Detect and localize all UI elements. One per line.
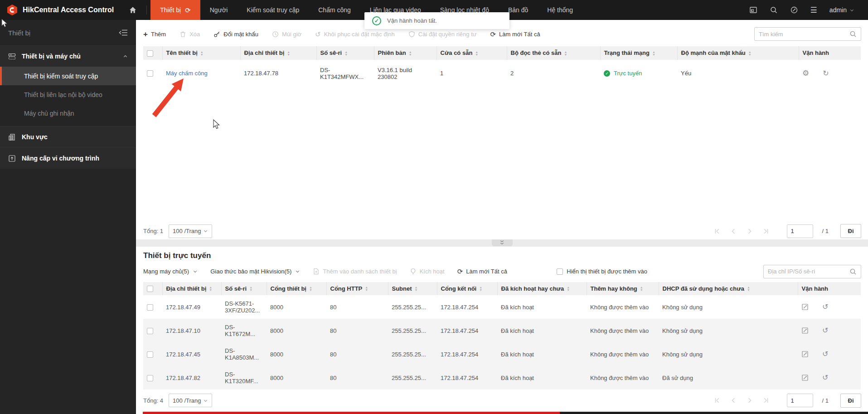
online-device-row: 172.18.47.10 DS-K1T672M... 8000 80 255.2… [143, 319, 861, 342]
activate-button[interactable]: Kích hoạt [410, 268, 445, 275]
sort-icon: ▲▼ [409, 51, 412, 56]
show-added-checkbox[interactable] [557, 268, 563, 275]
col-dia-chi-thiet-bi[interactable]: Địa chỉ thiết bị▲▼ [162, 282, 221, 296]
privacy-settings-button[interactable]: Cài đặt quyền riêng tư [408, 31, 477, 38]
row-checkbox[interactable] [147, 375, 153, 381]
reset-icon[interactable]: ↺ [822, 351, 828, 358]
col-bo-doc-the[interactable]: Bộ đọc thẻ có sẵn▲▼ [507, 46, 600, 60]
col-dia-chi-thiet-bi[interactable]: Địa chỉ thiết bị▲▼ [240, 46, 316, 60]
col-ten-thiet-bi[interactable]: Tên thiết bị▲▼ [162, 46, 240, 60]
online-device-row: 172.18.47.82 DS-K1T320MF... 8000 80 255.… [143, 366, 861, 390]
first-page-button[interactable] [713, 397, 721, 404]
tab-he-thong[interactable]: Hệ thống [538, 0, 582, 20]
col-phien-ban[interactable]: Phiên bản▲▼ [374, 46, 436, 60]
reset-icon[interactable]: ↺ [822, 374, 828, 381]
collapse-section-handle[interactable] [492, 239, 513, 246]
edit-icon[interactable] [801, 351, 809, 358]
sidebar-item-firmware-upgrade[interactable]: Nâng cấp vi chương trình [0, 147, 136, 169]
sidebar-item-access-control-devices[interactable]: Thiết bị kiểm soát truy cập [0, 67, 136, 85]
time-zone-button[interactable]: Múi giờ [272, 31, 301, 38]
menu-icon[interactable]: ☰ [810, 6, 817, 14]
search-icon[interactable] [849, 268, 857, 275]
go-button[interactable]: Đi [840, 224, 861, 238]
sidebar-group-device-server[interactable]: Thiết bị và máy chủ [0, 45, 136, 67]
edit-icon[interactable] [801, 303, 809, 311]
search-icon[interactable] [770, 6, 778, 14]
next-page-button[interactable] [746, 228, 753, 235]
col-do-manh-mat-khau[interactable]: Độ mạnh của mật khẩu▲▼ [677, 46, 799, 60]
add-button[interactable]: + Thêm [143, 30, 166, 38]
settings-gear-icon[interactable]: ⚙ [802, 69, 809, 77]
col-subnet[interactable]: Subnet▲▼ [388, 282, 437, 296]
first-page-button[interactable] [713, 228, 721, 235]
nav-divider [146, 5, 147, 15]
page-number-input[interactable] [787, 224, 813, 238]
tab-thiet-bi[interactable]: Thiết bị ⟳ [150, 0, 200, 20]
sidebar-item-record-server[interactable]: Máy chủ ghi nhận [0, 104, 136, 122]
col-so-se-ri[interactable]: Số sê-ri▲▼ [221, 282, 267, 296]
wizard-icon[interactable] [749, 6, 757, 14]
edit-icon[interactable] [801, 327, 809, 334]
sort-icon: ▲▼ [287, 51, 290, 56]
online-search-input[interactable] [768, 268, 849, 275]
show-added-devices-toggle[interactable]: Hiển thị thiết bị được thêm vào [557, 268, 647, 275]
col-so-se-ri[interactable]: Số sê-ri▲▼ [316, 46, 374, 60]
page-number-input[interactable] [787, 394, 813, 407]
sidebar-item-video-intercom-devices[interactable]: Thiết bị liên lạc nội bộ video [0, 85, 136, 104]
col-them-hay-khong[interactable]: Thêm hay không▲▼ [587, 282, 659, 296]
protocol-dropdown[interactable]: Giao thức bảo mật Hikvision(5) [210, 268, 300, 275]
user-menu[interactable]: admin [829, 6, 854, 14]
total-count: Tổng: 4 [143, 397, 163, 404]
col-cua-co-san[interactable]: Cửa có sẵn▲▼ [436, 46, 507, 60]
col-dhcp[interactable]: DHCP đã sử dụng hoặc chưa▲▼ [659, 282, 798, 296]
select-all-checkbox[interactable] [147, 286, 153, 292]
tab-nguoi[interactable]: Người [200, 0, 238, 20]
sidebar-item-area[interactable]: Khu vực [0, 126, 136, 147]
sort-icon: ▲▼ [567, 286, 570, 292]
table-empty-area [136, 87, 868, 223]
delete-button[interactable]: Xóa [179, 31, 200, 38]
restore-default-button[interactable]: ↺ Khôi phục cài đặt mặc định [315, 31, 395, 38]
add-to-device-list-button[interactable]: Thêm vào danh sách thiết bị [313, 268, 397, 275]
add-document-icon [313, 268, 320, 275]
refresh-all-online-button[interactable]: ⟳ Làm mới Tất cả [457, 268, 507, 275]
change-password-button[interactable]: Đổi mật khẩu [213, 31, 258, 38]
col-cong-ket-noi[interactable]: Cổng kết nối▲▼ [437, 282, 497, 296]
prev-page-button[interactable] [730, 397, 737, 404]
reset-icon[interactable]: ↺ [822, 303, 828, 311]
row-checkbox[interactable] [147, 328, 153, 334]
col-trang-thai-mang[interactable]: Trạng thái mạng▲▼ [600, 46, 677, 60]
row-checkbox[interactable] [147, 70, 153, 77]
page-size-select[interactable]: 100 /Trang [169, 394, 212, 407]
device-name-link[interactable]: Máy chấm công [166, 70, 208, 77]
help-icon[interactable] [790, 6, 798, 14]
tab-kiem-soat-truy-cap[interactable]: Kiểm soát truy cập [237, 0, 309, 20]
refresh-all-button[interactable]: ⟳ Làm mới Tất cả [490, 31, 540, 38]
chevron-down-icon [849, 8, 854, 13]
col-cong-http[interactable]: Cổng HTTP▲▼ [326, 282, 388, 296]
device-serial: DS-K1T342MFWX... [316, 60, 374, 87]
search-icon[interactable] [849, 30, 857, 38]
row-refresh-icon[interactable]: ↻ [823, 70, 829, 77]
col-cong-thiet-bi[interactable]: Cổng thiết bị▲▼ [267, 282, 326, 296]
last-page-button[interactable] [762, 228, 770, 235]
home-button[interactable] [121, 0, 145, 20]
page-size-select[interactable]: 100 /Trang [169, 224, 212, 238]
collapse-sidebar-icon[interactable] [119, 29, 128, 36]
row-checkbox[interactable] [147, 351, 153, 358]
edit-icon[interactable] [801, 374, 809, 381]
network-dropdown[interactable]: Mạng máy chủ(5) [143, 268, 198, 275]
reset-icon[interactable]: ↺ [822, 327, 828, 334]
device-search-input[interactable] [759, 31, 849, 38]
prev-page-button[interactable] [730, 228, 737, 235]
app-logo: HikCentral Access Control [0, 4, 121, 16]
select-all-checkbox[interactable] [147, 50, 153, 57]
last-page-button[interactable] [762, 397, 770, 404]
tab-refresh-icon[interactable]: ⟳ [185, 7, 191, 14]
col-da-kich-hoat[interactable]: Đã kích hoạt hay chưa▲▼ [497, 282, 587, 296]
go-button[interactable]: Đi [840, 394, 861, 408]
tab-cham-cong[interactable]: Chấm công [309, 0, 360, 20]
row-checkbox[interactable] [147, 304, 153, 311]
sort-icon: ▲▼ [344, 51, 348, 56]
next-page-button[interactable] [746, 397, 753, 404]
